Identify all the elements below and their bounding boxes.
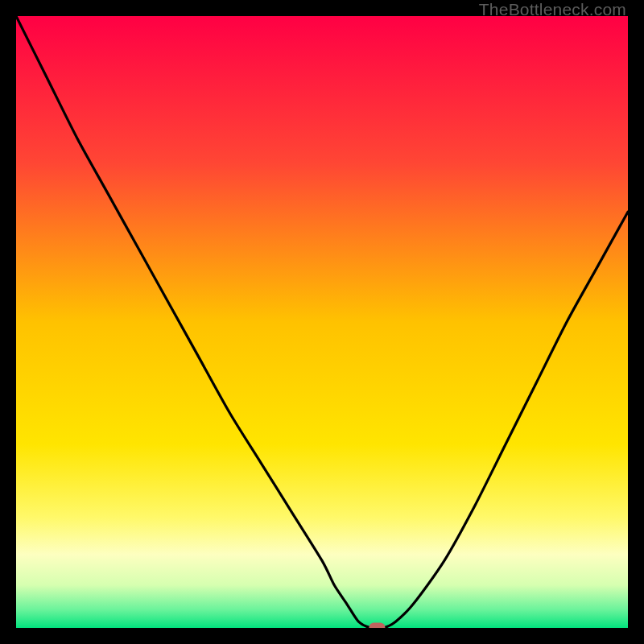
gradient-background xyxy=(16,16,628,628)
chart-container: TheBottleneck.com xyxy=(0,0,644,644)
bottleneck-marker xyxy=(369,623,385,629)
plot-area xyxy=(16,16,628,628)
watermark-text: TheBottleneck.com xyxy=(479,0,626,19)
chart-svg xyxy=(16,16,628,628)
